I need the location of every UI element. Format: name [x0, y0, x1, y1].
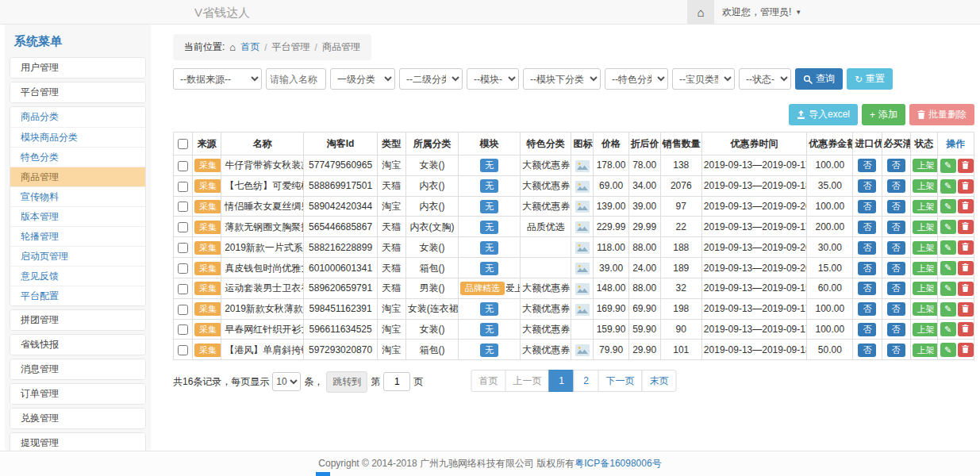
filter-select-status[interactable]: --状态-- [739, 68, 791, 90]
horizontal-scrollbar-thumb[interactable] [316, 472, 330, 476]
filter-select-feature[interactable]: --特色分类-- [605, 68, 668, 90]
sidebar-item[interactable]: 提现管理 [10, 433, 145, 451]
row-checkbox[interactable] [178, 263, 188, 274]
feature-category: 大额优惠券 [521, 155, 571, 176]
delete-button[interactable] [958, 282, 974, 296]
trash-icon [962, 343, 969, 357]
jump-page-input[interactable] [383, 372, 410, 391]
row-checkbox[interactable] [178, 182, 188, 192]
sidebar-item[interactable]: 平台配置 [10, 286, 145, 305]
page-button[interactable]: 上一页 [505, 370, 550, 392]
source-badge: 采集 [194, 282, 221, 295]
page-button[interactable]: 1 [549, 370, 575, 392]
breadcrumb-home-link[interactable]: 首页 [240, 40, 259, 54]
sidebar-item[interactable]: 拼团管理 [10, 310, 145, 330]
edit-button[interactable]: ✎ [940, 322, 956, 336]
user-menu[interactable]: 欢迎您，管理员! ▼ [714, 6, 809, 19]
sidebar-item[interactable]: 兑换管理 [10, 409, 145, 428]
edit-button[interactable]: ✎ [940, 343, 956, 357]
page-button[interactable]: 下一页 [598, 370, 643, 392]
discount-price: 24.00 [628, 258, 660, 278]
imported-badge: 否 [858, 282, 876, 295]
status-badge: 上架 [913, 241, 938, 255]
coupon-time: 2019-09-13—2019-09-17 [701, 319, 806, 340]
main-content: 当前位置: ⌂ 首页 / 平台管理 / 商品管理 --数据来源-- 一级分类--… [151, 25, 980, 451]
coupon-amount: 30.00 [807, 237, 853, 258]
column-header: 销售数量 [660, 132, 701, 155]
row-checkbox[interactable] [178, 161, 188, 171]
edit-button[interactable]: ✎ [940, 199, 956, 213]
column-header: 特色分类 [521, 132, 571, 155]
add-button[interactable]: + 添加 [862, 104, 905, 125]
sidebar-item[interactable]: 模块商品分类 [10, 127, 145, 147]
filter-select-category-l2[interactable]: --二级分类-- [399, 68, 463, 90]
import-excel-button[interactable]: 导入excel [789, 104, 858, 125]
sidebar-item[interactable]: 特色分类 [10, 147, 145, 167]
edit-button[interactable]: ✎ [940, 282, 956, 296]
edit-button[interactable]: ✎ [940, 220, 956, 234]
filter-select-module-sub[interactable]: --模块下分类-- [523, 68, 601, 90]
sidebar-item[interactable]: 版本管理 [10, 206, 145, 226]
row-checkbox[interactable] [178, 305, 188, 315]
sidebar-item[interactable]: 启动页管理 [10, 246, 145, 266]
edit-button[interactable]: ✎ [940, 302, 956, 317]
home-button[interactable]: ⌂ [687, 0, 714, 24]
filter-select-item-type[interactable]: --宝贝类型-- [672, 68, 735, 90]
status-badge: 上架 [913, 323, 938, 336]
select-all-checkbox[interactable] [178, 139, 188, 149]
imported-badge: 否 [858, 241, 876, 255]
filter-select-module[interactable]: --模块-- [467, 68, 519, 90]
edit-button[interactable]: ✎ [940, 261, 956, 275]
must-buy-badge: 否 [887, 159, 905, 172]
delete-button[interactable] [958, 240, 974, 255]
trash-icon [962, 220, 969, 234]
delete-button[interactable] [958, 159, 974, 173]
sidebar-item[interactable]: 商品管理 [10, 167, 145, 186]
product-image-icon [575, 160, 590, 172]
filter-select-data-source[interactable]: --数据来源-- [173, 68, 262, 90]
sidebar-item[interactable]: 宣传物料 [10, 186, 145, 206]
discount-price: 78.00 [628, 155, 660, 176]
sidebar-item[interactable]: 平台管理 [10, 83, 145, 102]
sidebar-item[interactable]: 意见反馈 [10, 266, 145, 286]
status-badge: 上架 [913, 344, 938, 357]
sidebar-item[interactable]: 省钱快报 [10, 335, 145, 355]
icp-link[interactable]: 粤ICP备16098006号 [575, 457, 661, 470]
row-checkbox[interactable] [178, 324, 188, 335]
sidebar-item[interactable]: 轮播管理 [10, 226, 145, 246]
edit-button[interactable]: ✎ [940, 179, 956, 194]
page-button[interactable]: 首页 [471, 370, 506, 392]
reset-button[interactable]: ↻ 重置 [847, 68, 893, 90]
row-checkbox[interactable] [178, 284, 188, 294]
filter-select-category-l1[interactable]: 一级分类 [330, 68, 395, 90]
delete-button[interactable] [958, 220, 974, 234]
edit-icon: ✎ [944, 284, 951, 293]
jump-button[interactable]: 跳转到 [326, 371, 367, 393]
product-type: 天猫 [377, 278, 405, 298]
delete-button[interactable] [958, 199, 974, 213]
delete-button[interactable] [958, 179, 974, 194]
page-button[interactable]: 2 [574, 370, 599, 392]
batch-delete-button[interactable]: 批量删除 [909, 104, 974, 125]
sidebar-item[interactable]: 消息管理 [10, 359, 145, 379]
price: 39.00 [594, 258, 628, 278]
edit-button[interactable]: ✎ [940, 240, 956, 255]
delete-button[interactable] [958, 261, 974, 275]
delete-button[interactable] [958, 343, 974, 357]
edit-button[interactable]: ✎ [940, 159, 956, 173]
sidebar-item[interactable]: 订单管理 [10, 384, 145, 404]
page-button[interactable]: 末页 [642, 370, 677, 392]
row-checkbox[interactable] [178, 243, 188, 253]
row-checkbox[interactable] [178, 222, 188, 232]
sidebar-item[interactable]: 商品分类 [10, 107, 145, 127]
row-checkbox[interactable] [178, 345, 188, 355]
row-checkbox[interactable] [178, 202, 188, 212]
search-button[interactable]: 查询 [795, 68, 843, 90]
delete-button[interactable] [958, 322, 974, 336]
delete-button[interactable] [958, 302, 974, 317]
sidebar-item[interactable]: 用户管理 [10, 58, 145, 78]
imported-badge: 否 [858, 221, 876, 234]
filter-name-input[interactable] [266, 68, 326, 90]
page-size-select[interactable]: 10 [272, 372, 301, 391]
product-type: 淘宝 [377, 155, 405, 176]
